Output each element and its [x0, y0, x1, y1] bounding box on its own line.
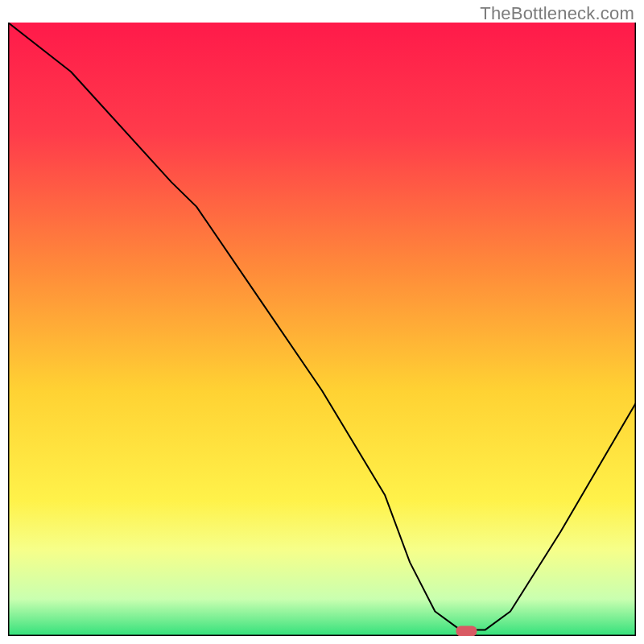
optimal-marker — [456, 625, 477, 636]
gradient-background — [8, 23, 636, 636]
chart-container — [8, 23, 636, 636]
bottleneck-chart — [8, 23, 636, 636]
watermark-text: TheBottleneck.com — [480, 3, 634, 24]
